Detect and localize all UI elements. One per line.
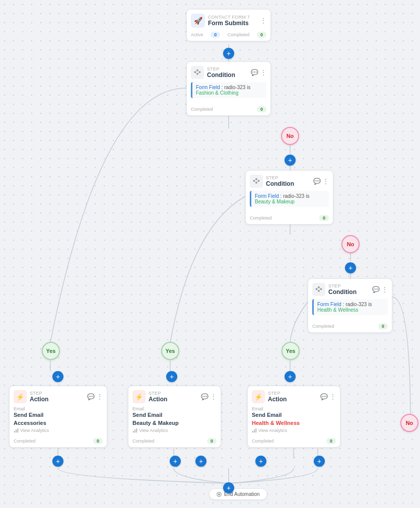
action3-email-type: Email — [248, 406, 340, 412]
action2-menu-icon[interactable]: ⋮ — [211, 393, 217, 400]
yes-badge-1: Yes — [42, 342, 60, 360]
action2-comment-icon[interactable]: 💬 — [201, 393, 208, 400]
cond1-title-group: Step Condition — [207, 66, 248, 79]
action3-header: ⚡ Step Action 💬 ⋮ — [248, 386, 340, 406]
svg-rect-16 — [196, 69, 198, 71]
cond2-actions[interactable]: 💬 ⋮ — [313, 178, 329, 185]
add-btn-action1[interactable]: + — [52, 456, 63, 467]
cond3-title: Condition — [328, 288, 369, 296]
svg-rect-27 — [14, 431, 15, 432]
cond3-menu-icon[interactable]: ⋮ — [382, 286, 388, 293]
svg-rect-19 — [253, 180, 255, 182]
cond1-title: Condition — [207, 71, 248, 79]
add-btn-no1[interactable]: + — [285, 155, 296, 166]
action3-comment-icon[interactable]: 💬 — [320, 393, 328, 400]
trigger-menu-icon[interactable]: ⋮ — [260, 17, 266, 24]
cond2-menu-icon[interactable]: ⋮ — [323, 178, 329, 185]
cond2-title-group: Step Condition — [266, 175, 310, 187]
add-btn-yes3[interactable]: + — [285, 371, 296, 382]
yes-badge-2: Yes — [161, 342, 179, 360]
cond1-step: Step — [207, 66, 248, 71]
condition-card-2: Step Condition 💬 ⋮ Form Field : radio-32… — [245, 170, 333, 225]
action1-email-type: Email — [10, 406, 107, 412]
cond1-menu-icon[interactable]: ⋮ — [260, 69, 266, 76]
action2-analytics[interactable]: View Analytics — [128, 428, 221, 436]
cond1-status-badge: 0 — [257, 106, 266, 112]
add-btn-yes1[interactable]: + — [52, 371, 63, 382]
add-btn-trigger[interactable]: + — [223, 48, 234, 59]
svg-rect-24 — [318, 286, 320, 288]
condition-card-1: Step Condition 💬 ⋮ Form Field : radio-32… — [186, 61, 271, 116]
cond2-footer: Completed 0 — [246, 213, 333, 224]
cond3-condition-text: Form Field : radio-323 is Health & Welln… — [312, 299, 388, 315]
cond1-body: Form Field : radio-323 is Fashion & Clot… — [187, 82, 270, 104]
cond3-body: Form Field : radio-323 is Health & Welln… — [308, 299, 392, 321]
action1-comment-icon[interactable]: 💬 — [87, 393, 95, 400]
trigger-title: Form Submits — [208, 20, 257, 27]
action3-menu-icon[interactable]: ⋮ — [330, 393, 336, 400]
cond3-icon — [312, 283, 325, 296]
cond2-status-label: Completed — [250, 215, 272, 221]
action1-header: ⚡ Step Action 💬 ⋮ — [10, 386, 107, 406]
trigger-card: 🚀 Contact Form 7 Form Submits ⋮ Active 0… — [186, 9, 271, 41]
cond2-body: Form Field : radio-323 is Beauty & Makeu… — [246, 191, 333, 213]
action2-title-group: Step Action — [149, 391, 198, 403]
cond3-step: Step — [328, 283, 369, 288]
svg-rect-26 — [318, 290, 320, 292]
cond1-comment-icon[interactable]: 💬 — [251, 69, 258, 76]
cond3-comment-icon[interactable]: 💬 — [372, 286, 380, 293]
cond2-comment-icon[interactable]: 💬 — [313, 178, 321, 185]
action2-step: Step — [149, 391, 198, 396]
trigger-active-badge: 0 — [211, 32, 220, 38]
action3-step: Step — [268, 391, 317, 396]
trigger-completed-badge: 0 — [257, 32, 266, 38]
action3-footer: Completed 0 — [248, 436, 340, 447]
svg-rect-37 — [218, 493, 220, 495]
action2-actions[interactable]: 💬 ⋮ — [201, 393, 217, 400]
action2-email-name: Beauty & Makeup — [128, 420, 221, 428]
action1-email-name: Accessories — [10, 420, 107, 428]
svg-rect-15 — [194, 71, 196, 73]
svg-rect-31 — [134, 429, 135, 432]
action1-status-label: Completed — [14, 439, 36, 444]
action1-analytics[interactable]: View Analytics — [10, 428, 107, 436]
cond3-status-badge: 0 — [378, 323, 388, 329]
action-card-2: ⚡ Step Action 💬 ⋮ Email Send Email Beaut… — [128, 386, 221, 448]
action3-email-action: Send Email — [248, 412, 340, 420]
action2-icon: ⚡ — [132, 390, 146, 403]
trigger-actions[interactable]: ⋮ — [260, 17, 266, 24]
no-badge-1: No — [281, 127, 299, 145]
add-btn-action2[interactable]: + — [170, 456, 181, 467]
action3-title-group: Step Action — [268, 391, 317, 403]
add-btn-action2b[interactable]: + — [195, 456, 206, 467]
cond2-step: Step — [266, 175, 310, 180]
action1-title: Action — [30, 396, 84, 403]
svg-rect-20 — [255, 178, 257, 180]
cond1-footer: Completed 0 — [187, 104, 270, 115]
add-btn-end[interactable]: + — [223, 482, 234, 493]
trigger-header: 🚀 Contact Form 7 Form Submits ⋮ — [187, 10, 270, 30]
add-btn-no2[interactable]: + — [345, 262, 356, 273]
action3-analytics[interactable]: View Analytics — [248, 428, 340, 436]
svg-rect-28 — [16, 429, 17, 432]
add-btn-action3[interactable]: + — [255, 456, 266, 467]
add-btn-cond3no[interactable]: + — [314, 456, 325, 467]
add-btn-yes2[interactable]: + — [166, 371, 177, 382]
action1-menu-icon[interactable]: ⋮ — [97, 393, 103, 400]
cond1-header: Step Condition 💬 ⋮ — [187, 62, 270, 82]
cond3-actions[interactable]: 💬 ⋮ — [372, 286, 388, 293]
action1-email-action: Send Email — [10, 412, 107, 420]
cond1-icon — [191, 66, 204, 79]
action1-status-badge: 0 — [93, 438, 103, 444]
action3-actions[interactable]: 💬 ⋮ — [320, 393, 336, 400]
svg-rect-17 — [199, 71, 201, 73]
cond1-actions[interactable]: 💬 ⋮ — [251, 69, 266, 76]
svg-rect-35 — [256, 428, 257, 432]
cond2-condition-text: Form Field : radio-323 is Beauty & Makeu… — [250, 191, 329, 207]
action1-actions[interactable]: 💬 ⋮ — [87, 393, 103, 400]
trigger-footer: Active 0 Completed 0 — [187, 30, 270, 41]
action3-title: Action — [268, 396, 317, 403]
svg-rect-25 — [320, 288, 322, 290]
cond1-status-label: Completed — [191, 107, 213, 112]
action1-title-group: Step Action — [30, 391, 84, 403]
